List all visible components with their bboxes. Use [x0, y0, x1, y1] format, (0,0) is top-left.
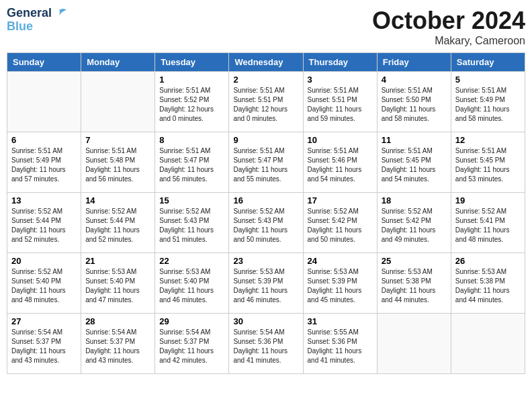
day-info: Sunrise: 5:53 AMSunset: 5:38 PMDaylight:… — [455, 267, 521, 305]
day-info: Sunrise: 5:51 AMSunset: 5:45 PMDaylight:… — [455, 146, 521, 184]
calendar-cell: 30Sunrise: 5:54 AMSunset: 5:36 PMDayligh… — [229, 314, 303, 374]
day-info: Sunrise: 5:51 AMSunset: 5:48 PMDaylight:… — [85, 146, 150, 184]
calendar-week-5: 27Sunrise: 5:54 AMSunset: 5:37 PMDayligh… — [7, 314, 525, 374]
calendar-week-4: 20Sunrise: 5:52 AMSunset: 5:40 PMDayligh… — [7, 253, 525, 314]
day-info: Sunrise: 5:51 AMSunset: 5:49 PMDaylight:… — [11, 146, 77, 184]
calendar-cell: 5Sunrise: 5:51 AMSunset: 5:49 PMDaylight… — [451, 72, 525, 132]
header-saturday: Saturday — [451, 53, 525, 72]
header-monday: Monday — [81, 53, 155, 72]
calendar-week-3: 13Sunrise: 5:52 AMSunset: 5:44 PMDayligh… — [7, 193, 525, 253]
day-number: 17 — [308, 195, 373, 205]
calendar-cell: 18Sunrise: 5:52 AMSunset: 5:42 PMDayligh… — [377, 193, 451, 253]
calendar-cell: 19Sunrise: 5:52 AMSunset: 5:41 PMDayligh… — [451, 193, 525, 253]
day-info: Sunrise: 5:51 AMSunset: 5:51 PMDaylight:… — [308, 86, 373, 124]
day-info: Sunrise: 5:51 AMSunset: 5:46 PMDaylight:… — [308, 146, 373, 184]
day-number: 21 — [85, 256, 150, 266]
day-number: 23 — [233, 256, 298, 266]
day-number: 1 — [159, 75, 224, 85]
header-thursday: Thursday — [303, 53, 377, 72]
day-number: 4 — [382, 75, 447, 85]
day-info: Sunrise: 5:53 AMSunset: 5:40 PMDaylight:… — [159, 267, 224, 305]
calendar-cell: 25Sunrise: 5:53 AMSunset: 5:38 PMDayligh… — [377, 253, 451, 314]
day-number: 14 — [85, 195, 150, 205]
calendar-cell: 22Sunrise: 5:53 AMSunset: 5:40 PMDayligh… — [155, 253, 229, 314]
logo-general-text: General — [7, 7, 52, 20]
calendar-cell: 23Sunrise: 5:53 AMSunset: 5:39 PMDayligh… — [229, 253, 303, 314]
logo-blue-text: Blue — [7, 19, 33, 33]
calendar-cell: 17Sunrise: 5:52 AMSunset: 5:42 PMDayligh… — [303, 193, 377, 253]
day-number: 13 — [11, 195, 77, 205]
calendar-cell: 13Sunrise: 5:52 AMSunset: 5:44 PMDayligh… — [7, 193, 81, 253]
logo: General Blue — [7, 7, 66, 34]
calendar-cell: 3Sunrise: 5:51 AMSunset: 5:51 PMDaylight… — [303, 72, 377, 132]
calendar-cell: 15Sunrise: 5:52 AMSunset: 5:43 PMDayligh… — [155, 193, 229, 253]
calendar-cell: 4Sunrise: 5:51 AMSunset: 5:50 PMDaylight… — [377, 72, 451, 132]
logo-container: General Blue — [7, 7, 66, 34]
calendar-cell: 1Sunrise: 5:51 AMSunset: 5:52 PMDaylight… — [155, 72, 229, 132]
day-info: Sunrise: 5:53 AMSunset: 5:39 PMDaylight:… — [308, 267, 373, 305]
day-number: 2 — [233, 75, 298, 85]
day-info: Sunrise: 5:54 AMSunset: 5:37 PMDaylight:… — [11, 328, 77, 365]
calendar-table: Sunday Monday Tuesday Wednesday Thursday… — [7, 52, 525, 374]
calendar-cell: 24Sunrise: 5:53 AMSunset: 5:39 PMDayligh… — [303, 253, 377, 314]
day-number: 12 — [455, 135, 521, 145]
day-info: Sunrise: 5:52 AMSunset: 5:43 PMDaylight:… — [233, 207, 298, 244]
day-info: Sunrise: 5:53 AMSunset: 5:38 PMDaylight:… — [382, 267, 447, 305]
day-info: Sunrise: 5:55 AMSunset: 5:36 PMDaylight:… — [308, 328, 373, 365]
calendar-cell — [7, 72, 81, 132]
day-info: Sunrise: 5:52 AMSunset: 5:41 PMDaylight:… — [455, 207, 521, 244]
day-info: Sunrise: 5:53 AMSunset: 5:39 PMDaylight:… — [233, 267, 298, 305]
page-header: General Blue October 2024 Makary, Camero… — [7, 7, 525, 47]
calendar-cell: 9Sunrise: 5:51 AMSunset: 5:47 PMDaylight… — [229, 132, 303, 193]
calendar-cell: 11Sunrise: 5:51 AMSunset: 5:45 PMDayligh… — [377, 132, 451, 193]
day-info: Sunrise: 5:54 AMSunset: 5:36 PMDaylight:… — [233, 328, 298, 365]
day-number: 19 — [455, 195, 521, 205]
day-number: 30 — [233, 316, 298, 326]
day-number: 16 — [233, 195, 298, 205]
day-info: Sunrise: 5:51 AMSunset: 5:51 PMDaylight:… — [233, 86, 298, 124]
day-number: 24 — [308, 256, 373, 266]
day-info: Sunrise: 5:52 AMSunset: 5:44 PMDaylight:… — [85, 207, 150, 244]
calendar-week-2: 6Sunrise: 5:51 AMSunset: 5:49 PMDaylight… — [7, 132, 525, 193]
day-number: 5 — [455, 75, 521, 85]
calendar-cell: 31Sunrise: 5:55 AMSunset: 5:36 PMDayligh… — [303, 314, 377, 374]
calendar-cell: 7Sunrise: 5:51 AMSunset: 5:48 PMDaylight… — [81, 132, 155, 193]
day-number: 26 — [455, 256, 521, 266]
logo-bird-icon — [52, 7, 66, 19]
title-block: October 2024 Makary, Cameroon — [372, 7, 525, 47]
day-number: 6 — [11, 135, 77, 145]
calendar-cell: 28Sunrise: 5:54 AMSunset: 5:37 PMDayligh… — [81, 314, 155, 374]
day-info: Sunrise: 5:51 AMSunset: 5:47 PMDaylight:… — [233, 146, 298, 184]
header-friday: Friday — [377, 53, 451, 72]
header-tuesday: Tuesday — [155, 53, 229, 72]
header-sunday: Sunday — [7, 53, 81, 72]
day-info: Sunrise: 5:52 AMSunset: 5:44 PMDaylight:… — [11, 207, 77, 244]
day-number: 20 — [11, 256, 77, 266]
calendar-cell: 26Sunrise: 5:53 AMSunset: 5:38 PMDayligh… — [451, 253, 525, 314]
day-number: 8 — [159, 135, 224, 145]
day-info: Sunrise: 5:52 AMSunset: 5:43 PMDaylight:… — [159, 207, 224, 244]
day-info: Sunrise: 5:52 AMSunset: 5:42 PMDaylight:… — [382, 207, 447, 244]
calendar-cell: 29Sunrise: 5:54 AMSunset: 5:37 PMDayligh… — [155, 314, 229, 374]
month-title: October 2024 — [372, 7, 525, 35]
calendar-cell: 20Sunrise: 5:52 AMSunset: 5:40 PMDayligh… — [7, 253, 81, 314]
day-info: Sunrise: 5:51 AMSunset: 5:47 PMDaylight:… — [159, 146, 224, 184]
header-wednesday: Wednesday — [229, 53, 303, 72]
day-number: 7 — [85, 135, 150, 145]
day-info: Sunrise: 5:52 AMSunset: 5:42 PMDaylight:… — [308, 207, 373, 244]
day-info: Sunrise: 5:51 AMSunset: 5:52 PMDaylight:… — [159, 86, 224, 124]
calendar-cell: 16Sunrise: 5:52 AMSunset: 5:43 PMDayligh… — [229, 193, 303, 253]
day-number: 31 — [308, 316, 373, 326]
calendar-cell: 2Sunrise: 5:51 AMSunset: 5:51 PMDaylight… — [229, 72, 303, 132]
day-number: 10 — [308, 135, 373, 145]
day-info: Sunrise: 5:52 AMSunset: 5:40 PMDaylight:… — [11, 267, 77, 305]
day-number: 15 — [159, 195, 224, 205]
day-number: 22 — [159, 256, 224, 266]
calendar-cell: 27Sunrise: 5:54 AMSunset: 5:37 PMDayligh… — [7, 314, 81, 374]
day-info: Sunrise: 5:53 AMSunset: 5:40 PMDaylight:… — [85, 267, 150, 305]
calendar-cell: 6Sunrise: 5:51 AMSunset: 5:49 PMDaylight… — [7, 132, 81, 193]
calendar-header-row: Sunday Monday Tuesday Wednesday Thursday… — [7, 53, 525, 72]
calendar-cell: 10Sunrise: 5:51 AMSunset: 5:46 PMDayligh… — [303, 132, 377, 193]
day-number: 25 — [382, 256, 447, 266]
calendar-cell: 21Sunrise: 5:53 AMSunset: 5:40 PMDayligh… — [81, 253, 155, 314]
